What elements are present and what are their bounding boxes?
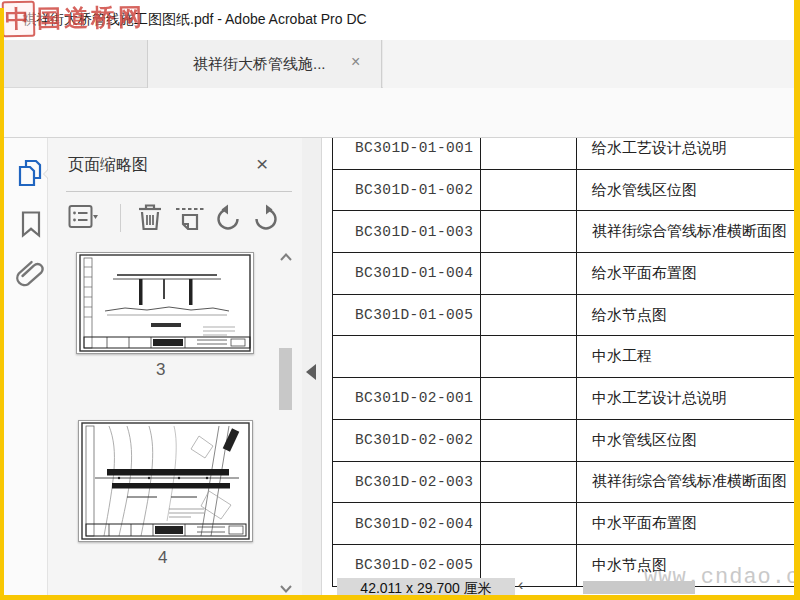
drawing-title: 给水节点图 bbox=[577, 295, 795, 336]
navigation-rail bbox=[4, 138, 48, 596]
page-4-drawing bbox=[79, 421, 252, 541]
empty-cell bbox=[481, 336, 577, 377]
empty-cell bbox=[481, 253, 577, 294]
site-watermark-bottom: www.cndao.com bbox=[644, 565, 800, 590]
watermark-text: 国道桥网 bbox=[37, 4, 145, 32]
drawing-code: BC301D-02-003 bbox=[332, 462, 481, 503]
drawing-code: BC301D-02-001 bbox=[332, 378, 481, 419]
drawing-title: 中水工艺设计总说明 bbox=[577, 378, 795, 419]
empty-cell bbox=[481, 503, 577, 544]
page-size-indicator: 42.011 x 29.700 厘米 bbox=[337, 578, 515, 596]
drawing-code bbox=[332, 336, 481, 377]
screenshot-border-right bbox=[794, 0, 800, 600]
empty-cell bbox=[481, 211, 577, 252]
document-viewport[interactable]: BC301D-01-001给水工艺设计总说明 BC301D-01-002给水管线… bbox=[322, 138, 795, 596]
thumbnail-page-4-label[interactable]: 4 bbox=[158, 548, 167, 568]
empty-cell bbox=[481, 420, 577, 461]
page-thumbnails-icon[interactable] bbox=[16, 158, 44, 188]
attachments-icon[interactable] bbox=[14, 256, 46, 290]
document-tab[interactable]: 祺祥街大桥管线施... × bbox=[147, 40, 382, 88]
thumbnail-page-3-label[interactable]: 3 bbox=[156, 360, 165, 380]
empty-cell bbox=[481, 138, 577, 169]
thumbnail-page-4[interactable] bbox=[78, 420, 253, 542]
drawing-title: 祺祥街综合管线标准横断面图 bbox=[577, 211, 795, 252]
scroll-up-icon[interactable] bbox=[279, 252, 293, 262]
panel-toolbar-divider bbox=[120, 204, 121, 232]
drawing-code: BC301D-01-005 bbox=[332, 295, 481, 336]
screenshot-border-left bbox=[0, 8, 4, 600]
empty-cell bbox=[481, 462, 577, 503]
split-pages-icon[interactable] bbox=[174, 204, 206, 232]
acrobat-window: 祺祥街大桥管线施工图图纸.pdf - Adobe Acrobat Pro DC … bbox=[0, 0, 800, 600]
drawing-title: 中水管线区位图 bbox=[577, 420, 795, 461]
panel-title: 页面缩略图 bbox=[68, 155, 148, 176]
delete-pages-icon[interactable] bbox=[136, 202, 164, 232]
panel-close-icon[interactable]: × bbox=[256, 152, 268, 176]
drawing-title: 给水管线区位图 bbox=[577, 170, 795, 211]
drawing-title: 祺祥街综合管线标准横断面图 bbox=[577, 462, 795, 503]
table-row: BC301D-01-004给水平面布置图 bbox=[332, 253, 795, 295]
table-row: 中水工程 bbox=[332, 336, 795, 378]
collapse-panel-icon[interactable] bbox=[306, 364, 316, 380]
page-3-drawing bbox=[77, 253, 253, 353]
rotate-clockwise-icon[interactable] bbox=[250, 203, 280, 232]
drawing-title: 给水平面布置图 bbox=[577, 253, 795, 294]
drawing-code: BC301D-01-003 bbox=[332, 211, 481, 252]
site-watermark-top: 中国道桥网 bbox=[2, 0, 146, 37]
table-row: BC301D-01-001给水工艺设计总说明 bbox=[332, 138, 795, 170]
empty-cell bbox=[481, 295, 577, 336]
close-tab-icon[interactable]: × bbox=[351, 53, 360, 71]
document-tab-label: 祺祥街大桥管线施... bbox=[193, 55, 326, 74]
drawing-code: BC301D-02-002 bbox=[332, 420, 481, 461]
drawing-code: BC301D-01-004 bbox=[332, 253, 481, 294]
table-row: BC301D-01-002给水管线区位图 bbox=[332, 170, 795, 212]
tab-bar-spacer bbox=[383, 40, 800, 88]
drawing-list-table: BC301D-01-001给水工艺设计总说明 BC301D-01-002给水管线… bbox=[332, 138, 795, 587]
table-row: BC301D-02-001中水工艺设计总说明 bbox=[332, 378, 795, 420]
drawing-code: BC301D-01-001 bbox=[332, 138, 481, 169]
empty-cell bbox=[481, 378, 577, 419]
drawing-code: BC301D-02-004 bbox=[332, 503, 481, 544]
scroll-down-icon[interactable] bbox=[279, 584, 293, 594]
table-row: BC301D-02-002中水管线区位图 bbox=[332, 420, 795, 462]
panel-scrollbar[interactable] bbox=[277, 250, 295, 596]
table-row: BC301D-02-003祺祥街综合管线标准横断面图 bbox=[332, 462, 795, 504]
drawing-title: 给水工艺设计总说明 bbox=[577, 138, 795, 169]
table-row: BC301D-02-004中水平面布置图 bbox=[332, 503, 795, 545]
thumbnail-page-3[interactable] bbox=[76, 252, 254, 354]
drawing-title: 中水平面布置图 bbox=[577, 503, 795, 544]
table-row: BC301D-01-005给水节点图 bbox=[332, 295, 795, 337]
panel-scrollbar-thumb[interactable] bbox=[279, 348, 292, 410]
thumbnail-options-icon[interactable] bbox=[68, 204, 98, 230]
empty-cell bbox=[481, 170, 577, 211]
rotate-counterclockwise-icon[interactable] bbox=[214, 203, 244, 232]
table-row: BC301D-01-003祺祥街综合管线标准横断面图 bbox=[332, 211, 795, 253]
watermark-seal: 中 bbox=[2, 1, 36, 38]
drawing-title: 中水工程 bbox=[577, 336, 795, 377]
main-toolbar: /9 100% bbox=[0, 88, 800, 138]
screenshot-border-bottom bbox=[0, 595, 800, 600]
bookmarks-icon[interactable] bbox=[18, 210, 44, 238]
panel-collapse-strip[interactable] bbox=[302, 138, 322, 596]
drawing-code: BC301D-01-002 bbox=[332, 170, 481, 211]
panel-separator bbox=[66, 191, 292, 192]
hscroll-left-arrow-icon[interactable]: ‹ bbox=[518, 576, 523, 594]
page-thumbnails-panel: 页面缩略图 × bbox=[48, 138, 302, 596]
